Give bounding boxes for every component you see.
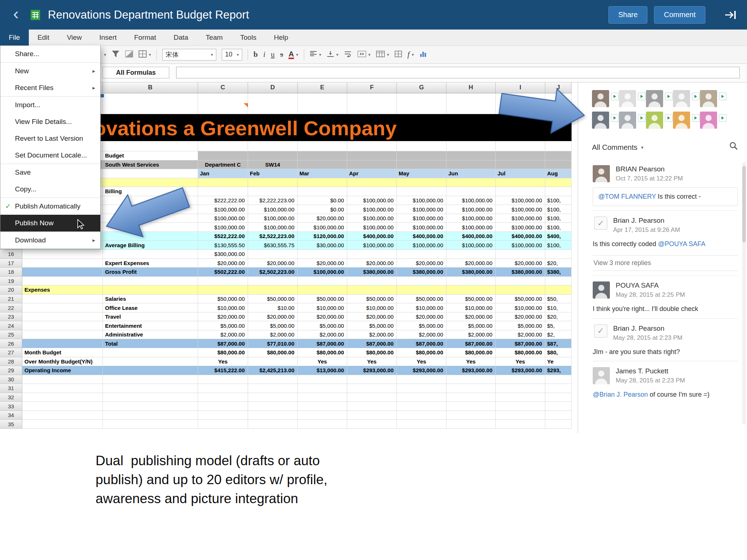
cell[interactable] xyxy=(198,93,248,114)
comment-button[interactable]: Comment xyxy=(654,6,705,24)
cell[interactable] xyxy=(496,285,545,295)
cell[interactable]: $87, xyxy=(545,339,572,348)
cell[interactable] xyxy=(248,178,298,187)
cell[interactable] xyxy=(298,285,347,295)
cell[interactable] xyxy=(198,411,248,420)
cell[interactable] xyxy=(397,375,446,384)
cell[interactable] xyxy=(198,384,248,393)
cell[interactable]: $293, xyxy=(545,366,572,375)
cell[interactable] xyxy=(248,151,298,160)
cell[interactable] xyxy=(248,187,298,196)
cell[interactable]: $400,000.00 xyxy=(446,232,496,241)
table-icon[interactable] xyxy=(376,51,385,59)
formula-range-label[interactable]: All Formulas xyxy=(102,67,169,78)
cell[interactable] xyxy=(496,141,545,151)
row-header[interactable]: 19 xyxy=(0,277,22,286)
row-header[interactable]: 25 xyxy=(0,330,22,339)
cell[interactable]: $100,000.00 xyxy=(446,223,496,232)
cell[interactable]: $100,000.00 xyxy=(347,241,397,250)
cell[interactable]: $80,000.00 xyxy=(446,348,496,357)
cell[interactable]: $100,000.00 xyxy=(446,205,496,214)
cell[interactable]: $100, xyxy=(545,205,572,214)
cell[interactable]: $5,000.00 xyxy=(446,321,496,330)
cell[interactable]: $400,000.00 xyxy=(397,232,446,241)
cell[interactable]: $87,000.00 xyxy=(446,339,496,348)
avatar[interactable] xyxy=(619,112,636,129)
cell[interactable]: Yes xyxy=(347,357,397,366)
cell[interactable] xyxy=(22,268,103,277)
cell[interactable] xyxy=(347,160,397,170)
cell[interactable] xyxy=(446,375,496,384)
mention-link[interactable]: @POUYA SAFA xyxy=(658,240,705,248)
cell[interactable]: $100,000.00 xyxy=(248,223,298,232)
panel-scrollbar-thumb[interactable] xyxy=(742,166,746,242)
cell[interactable] xyxy=(22,339,103,348)
cell[interactable]: $50,000.00 xyxy=(446,295,496,304)
column-header-F[interactable]: F xyxy=(347,82,397,93)
table-caret-icon[interactable]: ▾ xyxy=(387,52,389,57)
cell[interactable] xyxy=(496,250,545,259)
cell[interactable]: $80,000.00 xyxy=(397,348,446,357)
cell[interactable] xyxy=(22,277,103,286)
cell[interactable]: $80,000.00 xyxy=(496,348,545,357)
row-header[interactable]: 22 xyxy=(0,303,22,312)
cell[interactable]: $87,000.00 xyxy=(347,339,397,348)
cell[interactable] xyxy=(298,277,347,286)
cell[interactable] xyxy=(198,187,248,196)
cell[interactable]: $100, xyxy=(545,196,572,205)
cell[interactable] xyxy=(545,384,572,393)
cell[interactable]: $80,000.00 xyxy=(298,348,347,357)
cell[interactable]: $100,000.00 xyxy=(347,223,397,232)
cell[interactable] xyxy=(496,187,545,196)
cell[interactable] xyxy=(22,250,103,259)
cell[interactable]: $100,000.00 xyxy=(347,196,397,205)
column-header-E[interactable]: E xyxy=(298,82,347,93)
cell[interactable] xyxy=(248,402,298,411)
cell[interactable]: $400,000.00 xyxy=(347,232,397,241)
cell[interactable] xyxy=(446,250,496,259)
cell[interactable]: $2,000.00 xyxy=(298,330,347,339)
cell[interactable] xyxy=(545,375,572,384)
cell[interactable]: $293,000.00 xyxy=(347,366,397,375)
cell[interactable] xyxy=(545,160,572,170)
strikethrough-button[interactable]: s xyxy=(280,51,283,58)
cell[interactable]: $50,000.00 xyxy=(248,295,298,304)
cell[interactable]: $20, xyxy=(545,259,572,268)
cell[interactable] xyxy=(496,151,545,160)
cell[interactable] xyxy=(198,141,248,151)
cell[interactable] xyxy=(446,178,496,187)
row-header[interactable]: 33 xyxy=(0,402,22,411)
cell[interactable]: $0.00 xyxy=(298,196,347,205)
cell[interactable] xyxy=(298,187,347,196)
cell[interactable] xyxy=(198,420,248,429)
font-size-select[interactable]: 10▾ xyxy=(222,49,242,61)
cell[interactable]: $300,000.00 xyxy=(198,250,248,259)
cell[interactable] xyxy=(347,384,397,393)
cell[interactable] xyxy=(496,393,545,402)
cell[interactable] xyxy=(298,411,347,420)
file-menu-item-view-file-details[interactable]: View File Details... xyxy=(0,113,100,130)
row-header[interactable]: 23 xyxy=(0,312,22,322)
cell[interactable] xyxy=(22,259,103,268)
formula-input[interactable] xyxy=(176,67,740,78)
row-header[interactable]: 26 xyxy=(0,339,22,348)
cell[interactable] xyxy=(496,277,545,286)
align-vertical-caret-icon[interactable]: ▾ xyxy=(336,52,338,57)
cell[interactable] xyxy=(198,375,248,384)
cell[interactable]: $5,000.00 xyxy=(298,321,347,330)
row-header[interactable]: 24 xyxy=(0,321,22,330)
file-menu-item-publish-automatically[interactable]: ✓Publish Automatically xyxy=(0,198,100,215)
cell[interactable]: Salaries xyxy=(103,295,198,304)
row-header[interactable]: 16 xyxy=(0,250,22,259)
cell[interactable]: $120,000.00 xyxy=(298,232,347,241)
cell[interactable] xyxy=(248,420,298,429)
cell[interactable] xyxy=(545,277,572,286)
cell[interactable]: $87,000.00 xyxy=(198,339,248,348)
cell[interactable]: Expert Expenses xyxy=(103,259,198,268)
cell[interactable] xyxy=(347,187,397,196)
cell[interactable] xyxy=(496,384,545,393)
merge-cells-icon[interactable] xyxy=(357,51,366,59)
hidden-tool-caret-icon[interactable]: ▾ xyxy=(104,52,106,57)
cell[interactable] xyxy=(446,402,496,411)
cell[interactable] xyxy=(103,277,198,286)
